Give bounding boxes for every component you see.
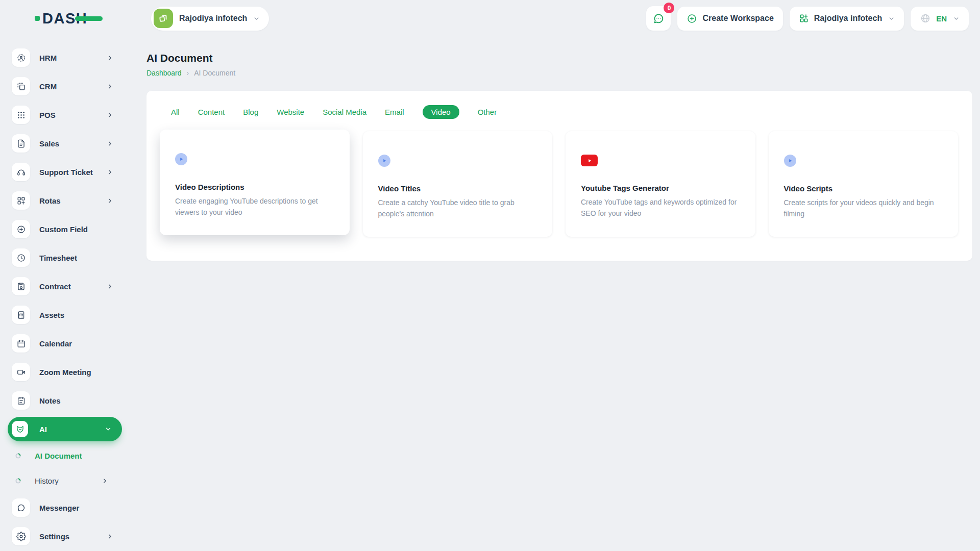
card-title: Video Descriptions: [175, 183, 334, 191]
sidebar-item-zoom-meeting[interactable]: Zoom Meeting: [0, 358, 122, 386]
card-description: Create scripts for your videos quickly a…: [784, 197, 943, 219]
ai-document-panel: AllContentBlogWebsiteSocial MediaEmailVi…: [146, 91, 972, 261]
company-dropdown[interactable]: Rajodiya infotech: [790, 7, 904, 31]
breadcrumb: Dashboard › AI Document: [146, 69, 972, 77]
breadcrumb-separator-icon: ›: [187, 69, 189, 77]
globe-icon: [920, 13, 931, 24]
chevron-right-icon: [107, 169, 113, 176]
app-logo[interactable]: DASH: [35, 10, 121, 27]
sidebar-item-notes[interactable]: Notes: [0, 386, 122, 415]
workspace-logo-icon: [154, 9, 173, 28]
sidebar-item-assets[interactable]: Assets: [0, 300, 122, 329]
create-workspace-button[interactable]: Create Workspace: [677, 7, 782, 31]
chevron-right-icon: [102, 478, 108, 484]
page-title: AI Document: [146, 52, 972, 64]
sidebar-item-pos[interactable]: POS: [0, 101, 122, 129]
sidebar-item-rotas[interactable]: Rotas: [0, 186, 122, 215]
crm-icon: [12, 77, 30, 95]
breadcrumb-dashboard-link[interactable]: Dashboard: [146, 69, 182, 77]
sidebar-item-timesheet[interactable]: Timesheet: [0, 243, 122, 272]
play-circle-icon: [784, 155, 796, 167]
tab-content[interactable]: Content: [198, 105, 225, 119]
tab-email[interactable]: Email: [385, 105, 404, 119]
card-description: Create a catchy YouTube video title to g…: [378, 197, 537, 219]
topbar: DASH Rajodiya infotech 0: [0, 0, 980, 37]
hrm-icon: [12, 48, 30, 67]
chevron-down-icon: [888, 15, 895, 22]
tab-website[interactable]: Website: [277, 105, 304, 119]
bullet-ring-icon: [15, 478, 21, 484]
pos-icon: [12, 106, 30, 124]
chevron-right-icon: [107, 112, 113, 118]
card-title: Youtube Tags Generator: [581, 184, 740, 192]
template-card-video-titles[interactable]: Video Titles Create a catchy YouTube vid…: [363, 131, 553, 237]
tab-social-media[interactable]: Social Media: [323, 105, 366, 119]
company-name: Rajodiya infotech: [814, 14, 882, 23]
messenger-icon: [12, 498, 30, 517]
assets-icon: [12, 306, 30, 324]
topbar-actions: 0 Create Workspace Rajodiya infotech: [646, 6, 969, 31]
tab-video[interactable]: Video: [423, 105, 459, 119]
logo-accent-dot-icon: [35, 16, 40, 21]
zoom-meeting-icon: [12, 363, 30, 381]
sidebar-item-support-ticket[interactable]: Support Ticket: [0, 158, 122, 186]
language-dropdown[interactable]: EN: [911, 7, 969, 31]
card-title: Video Scripts: [784, 184, 943, 193]
chevron-right-icon: [107, 55, 113, 61]
sidebar-item-hrm[interactable]: HRM: [0, 43, 122, 72]
contract-icon: [12, 277, 30, 295]
create-workspace-label: Create Workspace: [702, 14, 773, 23]
sidebar: HRM CRM POS Sales Support Ticket Rotas C…: [0, 37, 122, 551]
sidebar-item-ai[interactable]: AI: [0, 415, 122, 443]
messenger-badge: 0: [664, 3, 674, 13]
sidebar-subitem-ai-document[interactable]: AI Document: [0, 443, 122, 468]
chat-bubble-icon: [652, 12, 665, 25]
template-card-youtube-tags-generator[interactable]: Youtube Tags Generator Create YouTube ta…: [566, 131, 755, 237]
language-label: EN: [936, 14, 947, 23]
template-card-video-descriptions[interactable]: Video Descriptions Create engaging YouTu…: [160, 130, 350, 235]
chevron-down-icon: [105, 425, 112, 433]
workspace-grid-icon: [799, 13, 809, 23]
tab-all[interactable]: All: [171, 105, 180, 119]
card-description: Create engaging YouTube descriptions to …: [175, 196, 334, 218]
chevron-right-icon: [107, 140, 113, 147]
tab-blog[interactable]: Blog: [243, 105, 258, 119]
sidebar-item-calendar[interactable]: Calendar: [0, 329, 122, 358]
custom-field-icon: [12, 220, 30, 238]
sidebar-item-contract[interactable]: Contract: [0, 272, 122, 300]
calendar-icon: [12, 334, 30, 353]
active-menu-pill[interactable]: AI: [8, 417, 122, 441]
workspace-switcher[interactable]: Rajodiya infotech: [151, 7, 269, 31]
bullet-ring-icon: [15, 453, 21, 459]
messenger-button[interactable]: 0: [646, 6, 671, 31]
logo-accent-dash-icon: [75, 16, 103, 21]
category-tabs: AllContentBlogWebsiteSocial MediaEmailVi…: [171, 104, 958, 119]
card-description: Create YouTube tags and keywords optimiz…: [581, 197, 740, 219]
chevron-right-icon: [107, 283, 113, 290]
sidebar-item-custom-field[interactable]: Custom Field: [0, 215, 122, 243]
template-cards: Video Descriptions Create engaging YouTu…: [160, 131, 958, 237]
chevron-down-icon: [953, 15, 960, 22]
notes-icon: [12, 391, 30, 410]
chevron-right-icon: [107, 83, 113, 90]
timesheet-icon: [12, 248, 30, 267]
workspace-name: Rajodiya infotech: [179, 14, 247, 23]
plus-circle-icon: [687, 13, 697, 24]
chevron-right-icon: [107, 197, 113, 204]
settings-icon: [12, 527, 30, 545]
breadcrumb-current: AI Document: [194, 69, 235, 77]
chevron-down-icon: [253, 15, 260, 22]
sidebar-item-messenger[interactable]: Messenger: [0, 493, 122, 522]
template-card-video-scripts[interactable]: Video Scripts Create scripts for your vi…: [769, 131, 959, 237]
sidebar-item-crm[interactable]: CRM: [0, 72, 122, 101]
chevron-right-icon: [107, 533, 113, 540]
play-circle-icon: [378, 155, 390, 167]
youtube-icon: [581, 155, 598, 166]
sidebar-item-settings[interactable]: Settings: [0, 522, 122, 550]
tab-other[interactable]: Other: [478, 105, 497, 119]
main-content: AI Document Dashboard › AI Document AllC…: [122, 37, 980, 551]
sidebar-subitem-history[interactable]: History: [0, 468, 122, 493]
rotas-icon: [12, 191, 30, 210]
sidebar-item-sales[interactable]: Sales: [0, 129, 122, 158]
card-title: Video Titles: [378, 184, 537, 193]
